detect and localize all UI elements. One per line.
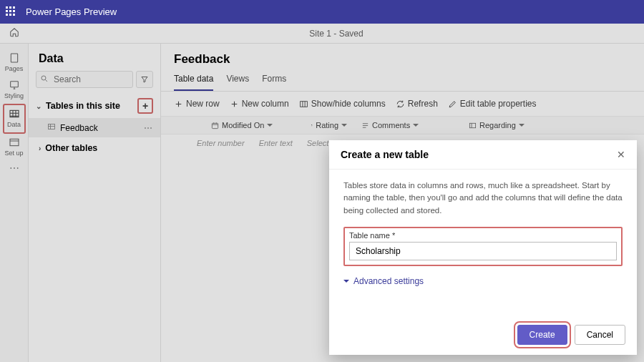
modal-description: Tables store data in columns and rows, m… xyxy=(343,180,623,217)
tab-forms[interactable]: Forms xyxy=(262,69,286,91)
cell-enter-text[interactable]: Enter text xyxy=(252,134,300,152)
table-toolbar: New row New column Show/hide columns Ref… xyxy=(161,92,644,116)
table-name-input[interactable] xyxy=(349,242,617,260)
item-menu-button[interactable]: ⋯ xyxy=(144,123,153,133)
page-title: Feedback xyxy=(161,44,644,69)
rail-more[interactable]: ⋯ xyxy=(3,161,26,178)
chevron-right-icon: › xyxy=(39,145,41,152)
rating-icon xyxy=(311,122,313,129)
svg-point-4 xyxy=(42,76,46,80)
content-tabs: Table data Views Forms xyxy=(161,69,644,92)
chevron-down-icon xyxy=(413,121,419,129)
left-rail: Pages Styling Data Set up ⋯ xyxy=(0,44,29,362)
modal-title: Create a new table xyxy=(341,149,429,160)
side-heading: Data xyxy=(29,44,160,71)
text-icon xyxy=(361,122,369,129)
rail-styling[interactable]: Styling xyxy=(3,77,26,104)
table-item-feedback[interactable]: Feedback ⋯ xyxy=(29,118,160,137)
svg-rect-5 xyxy=(49,124,55,129)
svg-rect-3 xyxy=(10,139,19,145)
search-input[interactable] xyxy=(36,71,133,88)
col-modified-on[interactable]: Modified On xyxy=(204,117,304,134)
create-table-modal: Create a new table ✕ Tables store data i… xyxy=(329,140,637,355)
chevron-down-icon xyxy=(267,121,273,129)
home-icon[interactable] xyxy=(0,27,29,39)
col-rating[interactable]: Rating xyxy=(304,117,354,134)
cmd-new-column[interactable]: New column xyxy=(230,99,289,109)
svg-rect-0 xyxy=(11,54,17,62)
brand-title: Power Pages Preview xyxy=(26,6,117,17)
svg-rect-6 xyxy=(300,101,307,107)
search-icon xyxy=(40,74,49,85)
data-side-panel: Data ⌄ Tables in this site + xyxy=(29,44,161,362)
chevron-down-icon xyxy=(341,121,347,129)
cmd-edit-table-properties[interactable]: Edit table properties xyxy=(448,99,537,109)
rail-pages[interactable]: Pages xyxy=(3,49,26,77)
chevron-down-icon: ⌄ xyxy=(36,102,42,110)
cmd-refresh[interactable]: Refresh xyxy=(396,99,438,109)
tab-table-data[interactable]: Table data xyxy=(174,69,213,91)
table-name-field-highlight: Table name * xyxy=(343,227,623,266)
cmd-show-hide-columns[interactable]: Show/hide columns xyxy=(299,99,386,109)
chevron-down-icon xyxy=(343,276,349,286)
cell-enter-number[interactable]: Enter number xyxy=(190,134,252,152)
svg-rect-7 xyxy=(212,123,218,128)
sub-header: Site 1 - Saved xyxy=(0,24,644,44)
filter-button[interactable] xyxy=(136,71,153,88)
grid-header: Modified On Rating Comments Regarding xyxy=(161,116,644,134)
svg-rect-9 xyxy=(469,123,475,127)
col-regarding[interactable]: Regarding xyxy=(462,117,569,134)
create-button[interactable]: Create xyxy=(517,325,567,345)
site-status: Site 1 - Saved xyxy=(309,29,363,39)
col-comments[interactable]: Comments xyxy=(354,117,462,134)
tab-views[interactable]: Views xyxy=(226,69,249,91)
chevron-down-icon xyxy=(519,121,525,129)
add-table-button[interactable]: + xyxy=(137,98,153,114)
group-tables-in-site[interactable]: ⌄ Tables in this site + xyxy=(29,94,160,118)
svg-rect-8 xyxy=(311,124,312,125)
group-other-tables[interactable]: › Other tables xyxy=(29,137,160,157)
cancel-button[interactable]: Cancel xyxy=(575,325,625,345)
calendar-icon xyxy=(211,122,219,129)
table-name-label: Table name * xyxy=(349,231,617,240)
rail-setup[interactable]: Set up xyxy=(3,134,26,161)
brand-bar: Power Pages Preview xyxy=(0,0,644,24)
cmd-new-row[interactable]: New row xyxy=(174,99,220,109)
app-launcher-icon[interactable] xyxy=(6,6,17,18)
svg-rect-1 xyxy=(10,82,18,87)
close-icon[interactable]: ✕ xyxy=(617,149,625,160)
table-icon xyxy=(47,122,56,133)
lookup-icon xyxy=(469,122,477,129)
rail-data[interactable]: Data xyxy=(3,104,26,134)
advanced-settings-toggle[interactable]: Advanced settings xyxy=(343,276,623,286)
